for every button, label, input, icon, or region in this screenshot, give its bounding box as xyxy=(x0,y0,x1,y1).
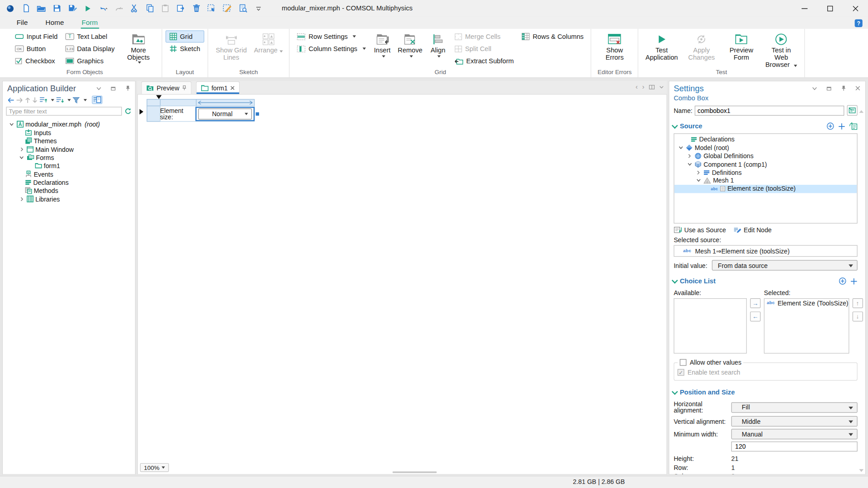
panel-pin-icon[interactable] xyxy=(123,84,132,92)
horizontal-scrollbar[interactable] xyxy=(392,471,437,473)
grid-mode-button[interactable]: Grid xyxy=(165,30,204,42)
move-down-button[interactable]: ↓ xyxy=(852,311,863,321)
delete-button[interactable] xyxy=(192,4,201,13)
source-item-element-size[interactable]: abc Element size (toolsSize) xyxy=(674,185,857,193)
enable-text-search-row[interactable]: ✓ Enable text search xyxy=(678,368,854,377)
panel-float-icon[interactable] xyxy=(109,84,117,92)
back-icon[interactable] xyxy=(7,96,14,104)
selected-listbox[interactable]: abc Element Size (ToolsSize) xyxy=(764,298,849,353)
tree-filter-input[interactable] xyxy=(6,107,122,116)
row-marker[interactable] xyxy=(140,109,144,114)
settings-close-icon[interactable] xyxy=(854,84,862,92)
combobox-selection[interactable]: Normal xyxy=(195,107,255,121)
show-grid-lines-button[interactable]: Show Grid Lines xyxy=(211,30,251,61)
tree-item-methods[interactable]: Methods xyxy=(3,187,135,195)
show-errors-button[interactable]: Show Errors xyxy=(594,30,634,61)
tree-item-main-window[interactable]: Main Window xyxy=(3,145,135,153)
settings-float-icon[interactable] xyxy=(825,84,833,92)
use-as-source-button[interactable]: Use as Source xyxy=(674,226,726,234)
allow-other-checkbox[interactable] xyxy=(680,359,687,366)
remove-button[interactable]: Remove xyxy=(395,30,425,57)
collapse-all-caret[interactable] xyxy=(67,99,71,101)
chevron-collapsed-icon[interactable] xyxy=(686,154,692,158)
move-down-icon[interactable] xyxy=(32,96,38,104)
source-item-definitions[interactable]: Definitions xyxy=(674,168,857,176)
settings-collapse-icon[interactable] xyxy=(811,84,819,92)
redo-button[interactable] xyxy=(114,4,123,13)
select-box-button[interactable] xyxy=(207,4,217,13)
preview-form-button[interactable]: Preview Form xyxy=(722,30,761,61)
source-item-global-definitions[interactable]: Global Definitions xyxy=(674,152,857,160)
copy-button[interactable] xyxy=(145,4,155,13)
switch-source-node-icon[interactable] xyxy=(849,122,857,130)
section-choice-list[interactable]: Choice List xyxy=(669,275,865,287)
paste-button[interactable] xyxy=(160,4,170,13)
chevron-collapsed-icon[interactable] xyxy=(18,147,25,151)
arrange-button[interactable]: Arrange xyxy=(251,30,286,54)
minimum-width-dropdown[interactable]: Manual xyxy=(731,429,858,439)
minimum-width-input[interactable] xyxy=(731,441,858,451)
show-in-editor-toggle[interactable] xyxy=(92,96,102,104)
source-item-component1[interactable]: Component 1 (comp1) xyxy=(674,160,857,168)
scrollbar-down-arrow[interactable] xyxy=(859,469,863,472)
find-button[interactable] xyxy=(238,4,248,13)
zoom-control[interactable]: 100% xyxy=(140,463,169,472)
rows-columns-button[interactable]: Rows & Columns xyxy=(518,30,587,42)
settings-pin-icon[interactable] xyxy=(839,84,847,92)
add-choice-circled-icon[interactable] xyxy=(839,277,846,285)
filter-icon[interactable] xyxy=(72,96,80,104)
add-source-circled-icon[interactable] xyxy=(826,122,834,130)
merge-cells-button[interactable]: Merge Cells xyxy=(451,30,518,42)
insert-button[interactable]: Insert xyxy=(369,30,395,57)
new-file-button[interactable] xyxy=(21,4,31,13)
customize-toolbar-button[interactable] xyxy=(254,4,263,13)
close-button[interactable] xyxy=(843,0,868,17)
button-object-button[interactable]: OKButton xyxy=(11,42,61,55)
tab-form1[interactable]: form1 xyxy=(196,81,240,94)
column-settings-button[interactable]: Column Settings xyxy=(293,42,369,55)
name-input[interactable] xyxy=(695,105,844,115)
add-plus-icon[interactable] xyxy=(838,122,845,130)
more-objects-button[interactable]: More Objects xyxy=(118,30,158,63)
menu-form[interactable]: Form xyxy=(80,18,99,28)
filter-caret[interactable] xyxy=(84,99,87,101)
tab-close-icon[interactable] xyxy=(231,86,235,90)
source-item-model-root[interactable]: Model (root) xyxy=(674,144,857,152)
resize-handle[interactable] xyxy=(256,113,259,116)
minimize-button[interactable] xyxy=(792,0,817,17)
rename-button[interactable] xyxy=(847,105,857,116)
source-item-declarations[interactable]: Declarations xyxy=(674,136,857,144)
tree-item-form1[interactable]: form1 xyxy=(3,162,135,170)
tree-item-forms[interactable]: Forms xyxy=(3,153,135,161)
selected-list-item[interactable]: abc Element Size (ToolsSize) xyxy=(764,299,849,307)
column-marker[interactable] xyxy=(156,95,161,99)
menu-home[interactable]: Home xyxy=(44,18,65,28)
panel-collapse-icon[interactable] xyxy=(94,84,103,92)
sketch-mode-button[interactable]: Sketch xyxy=(165,42,204,55)
split-cell-button[interactable]: Split Cell xyxy=(451,42,518,55)
tab-preview[interactable]: Preview xyxy=(141,81,191,94)
test-web-browser-button[interactable]: Test in Web Browser xyxy=(761,30,801,68)
source-item-mesh1[interactable]: Mesh 1 xyxy=(674,177,857,185)
align-button[interactable]: Align xyxy=(425,30,451,57)
tree-item-inputs[interactable]: Inputs xyxy=(3,128,135,136)
save-button[interactable] xyxy=(52,4,61,13)
edit-node-button[interactable]: Edit Node xyxy=(734,226,772,233)
tree-item-root[interactable]: modular_mixer.mph(root) xyxy=(3,120,135,128)
collapse-all-icon[interactable] xyxy=(56,96,64,104)
move-left-button[interactable]: ← xyxy=(750,311,760,321)
grid-column-header-1[interactable] xyxy=(160,99,197,106)
data-display-button[interactable]: 1.23Data Display xyxy=(61,42,118,55)
save-compact-button[interactable] xyxy=(67,4,77,13)
allow-other-values-row[interactable]: Allow other values xyxy=(680,358,741,367)
cut-button[interactable] xyxy=(130,4,139,13)
test-application-button[interactable]: Test Application xyxy=(642,30,682,61)
duplicate-button[interactable] xyxy=(176,4,185,13)
move-up-icon[interactable] xyxy=(25,96,30,104)
input-field-button[interactable]: Input Field xyxy=(11,30,61,42)
row-settings-button[interactable]: Row Settings xyxy=(293,30,369,42)
extract-subform-button[interactable]: Extract Subform xyxy=(451,55,518,67)
chevron-expanded-icon[interactable] xyxy=(686,163,692,166)
menu-file[interactable]: File xyxy=(15,18,29,28)
add-choice-plus-icon[interactable] xyxy=(850,277,858,285)
